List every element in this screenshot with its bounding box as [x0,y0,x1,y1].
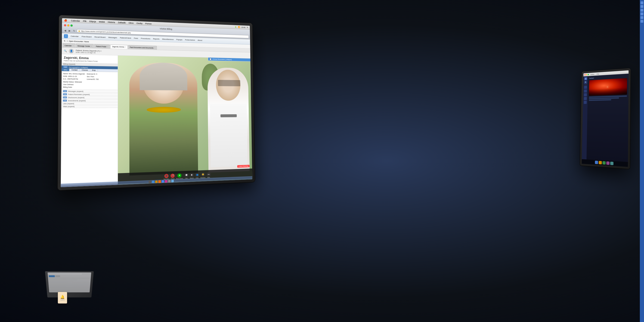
sidebar-item-3[interactable] [584,93,587,96]
zoom-chat-btn[interactable]: 💬 Chat [184,173,188,179]
tab-patient-finder[interactable]: Patient Finder × [94,44,110,48]
nav-patient-client[interactable]: Patient/Client [119,36,132,40]
messages-edit-button[interactable]: Edit [63,90,67,92]
leave-meeting-button[interactable]: Leave Meeting [237,165,250,168]
rs-icon-4[interactable] [640,12,643,15]
disclosures-header[interactable]: Edit Disclosures (expand) [62,96,118,99]
demo-name-row: Name: Mrs. Emma Zagorski DOB: 1953-11-23… [63,72,116,81]
menu-okno[interactable]: Okno [128,22,134,24]
back-button[interactable]: ◀ [64,29,67,32]
rs-icon-2[interactable] [640,5,643,8]
nav-calendar[interactable]: Calendar [70,35,80,38]
tab-past-encounters[interactable]: Past Encounters and Documents × [128,45,157,50]
dock-icon-photoshop[interactable] [165,180,167,183]
nav-recall-board[interactable]: Recall Board [93,36,107,39]
tab-message-center-close[interactable]: × [91,45,92,47]
rs-icon-1[interactable] [640,2,643,4]
menu-zakladki[interactable]: Zakładki [118,21,126,24]
nav-popups[interactable]: Popups [175,38,184,41]
rs-icon-6[interactable] [640,20,643,23]
menu-edycja[interactable]: Edycja [90,20,96,23]
zoom-invite-btn[interactable]: 👥 Invite [195,172,199,178]
patient-reminders-header[interactable]: Edit Patient Reminders (expand) [62,93,118,96]
forward-button[interactable]: ▶ [68,29,72,32]
reminders-edit-button[interactable]: Edit [63,93,67,95]
dock-icon-safari[interactable] [155,180,158,183]
sec-minimize-button[interactable] [586,74,587,76]
zoom-reactions-btn[interactable]: 😀 Reactions [200,172,206,178]
tab-choices[interactable]: Choices [80,69,90,72]
zoom-disrupt-btn[interactable]: 🎤 Disrupt [170,174,175,180]
sec-dock-safari[interactable] [599,161,602,164]
nav-reports[interactable]: Reports [152,37,161,40]
amendments-edit-button[interactable]: Edit [63,100,67,102]
menu-osoby[interactable]: Osoby [136,22,142,24]
dock-icon-firefox[interactable] [158,180,161,183]
sec-dock-app1[interactable] [602,161,606,165]
laptop-tab-1[interactable] [55,275,60,277]
sidebar-item-1[interactable] [584,86,587,89]
sec-dock-app3[interactable] [610,162,614,165]
nav-miscellaneous[interactable]: Miscellaneous [161,38,175,41]
menu-plik[interactable]: Plik [83,20,86,22]
labs-header[interactable]: Labs (expand) [61,102,118,105]
refresh-encounter-icon[interactable]: ↻ [64,40,66,42]
disclosures-edit-button[interactable]: Edit [63,96,67,98]
refresh-button[interactable]: ↻ [72,29,76,32]
menu-widok[interactable]: Widok [99,20,105,23]
zoom-record-btn[interactable]: ⏺ Record [190,173,194,179]
sec-dock-app2[interactable] [606,162,610,165]
dock-icon-other[interactable] [168,180,170,182]
zoom-start-video-btn[interactable]: 🎥 Start Video [164,174,169,180]
sec-maximize-button[interactable] [588,74,589,75]
tab-message-center[interactable]: Message Center × [76,44,94,48]
nav-flow-board[interactable]: Flow Board [80,35,92,38]
amendments-header[interactable]: Edit Amendments (expand) [61,99,118,102]
notification-percent: 100% [60,299,64,301]
dock-icon-finder[interactable] [148,180,151,183]
nav-portal-admin[interactable]: Portal Admin [184,38,196,42]
close-window-button[interactable] [64,24,66,26]
nav-messages[interactable]: Messages [107,36,118,39]
rs-icon-5[interactable] [640,16,643,19]
messages-header[interactable]: Edit Messages (expand) [62,90,118,93]
monitor-bezel: 🍎 Calendar Plik Edycja Widok Historia Za… [58,15,255,190]
menu-pomoc[interactable]: Pomoc [145,22,152,25]
tab-who[interactable]: Who [62,68,70,71]
nav-fees[interactable]: Fees [133,37,139,40]
sidebar-item-5[interactable] [584,100,587,104]
laptop-tab-active[interactable] [49,275,55,277]
sidebar-item-4[interactable] [584,97,587,100]
tab-past-encounters-close[interactable]: × [154,47,156,49]
nav-procedures[interactable]: Procedures [140,37,152,40]
rs-icon-3[interactable] [640,9,643,12]
tab-calendar-close[interactable]: × [72,45,74,47]
maximize-window-button[interactable] [70,24,73,26]
tab-patient-finder-close[interactable]: × [107,46,108,48]
sidebar-item-2[interactable] [584,90,587,93]
video-panel: 📋 Clinical Reminders (collapse) 🎥 Start … [118,56,252,185]
patient-billing-note: Billing Note: [63,86,116,89]
sec-close-button[interactable] [584,74,586,76]
menu-chrome[interactable]: Calendar [71,20,80,22]
menu-historia[interactable]: Historia [108,21,115,23]
nav-about[interactable]: About [196,39,203,42]
search-icon[interactable]: 🔍 [64,50,67,52]
vitals-header[interactable]: Vitals (expand) [61,105,118,108]
minimize-window-button[interactable] [67,24,70,26]
dock-icon-zoom[interactable] [162,180,164,183]
add-encounter-icon[interactable]: + [66,40,68,42]
dock-icon-chrome[interactable] [152,180,154,183]
sec-dock-finder[interactable] [595,160,598,164]
tab-calendar[interactable]: Calendar × [63,43,76,48]
zoom-more-btn[interactable]: ••• More [206,172,210,178]
demographics-edit-button[interactable]: Edit [63,66,68,68]
dock-icon-other2[interactable] [171,180,174,182]
sidebar-search-icon[interactable]: 🔍 [584,81,587,84]
tab-contact[interactable]: Contact [70,68,80,71]
tab-zagorski-close[interactable]: × [125,46,126,48]
tab-zagorski-emma[interactable]: Zagorski, Emma × [110,45,128,49]
sidebar-grid-icon[interactable]: ⊞ [584,77,587,80]
zoom-share-screen-btn[interactable]: 🖥 Share Screen [176,173,183,179]
tab-emp[interactable]: Emp [90,69,98,72]
